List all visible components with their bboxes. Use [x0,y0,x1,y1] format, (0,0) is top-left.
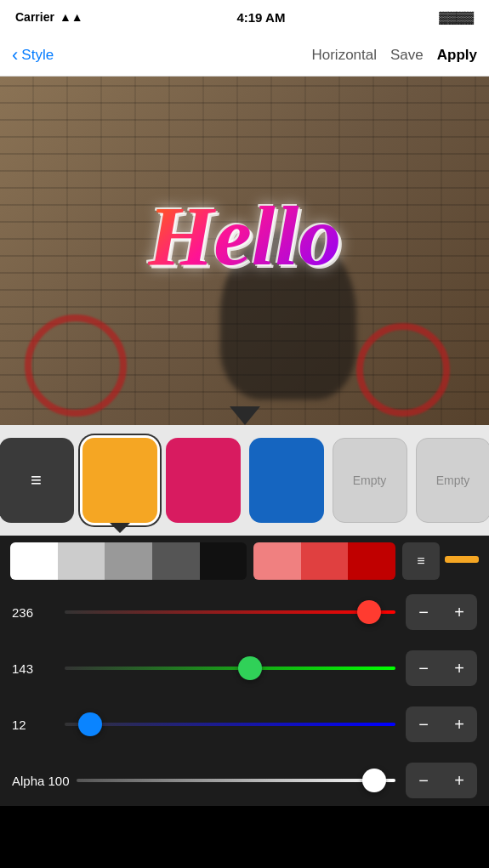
green-slider-thumb[interactable] [238,656,262,680]
plus-icon: + [454,715,464,735]
empty-label-1: Empty [353,474,387,487]
plus-icon: + [454,659,464,678]
minus-icon: − [418,659,429,678]
status-bar: Carrier ▲▲ 4:19 AM ▓▓▓▓ [0,0,489,34]
swatch-mid-red[interactable] [301,542,349,580]
nav-bar: ‹ Style Horizontal Save Apply [0,34,489,77]
red-slider-track[interactable] [65,610,395,614]
color-picker: ≡ 236 − + 143 − + [0,536,489,806]
red-slider-row: 236 − + [0,587,489,638]
menu-icon: ≡ [417,553,424,569]
swatch-dark-red[interactable] [348,542,395,580]
blue-slider-track[interactable] [65,723,395,726]
red-decrement-button[interactable]: − [406,594,441,630]
save-button[interactable]: Save [390,47,424,64]
palette-row: ≡ Empty Empty [0,425,489,536]
back-chevron-icon: ‹ [12,44,18,66]
alpha-decrement-button[interactable]: − [406,763,441,798]
background-image: Hello [0,77,489,425]
red-increment-button[interactable]: + [441,594,477,630]
green-slider-row: 143 − + [0,643,489,694]
alpha-slider-track[interactable] [77,779,395,782]
blue-increment-button[interactable]: + [441,706,477,742]
blue-decrement-button[interactable]: − [406,706,441,742]
image-preview: Hello [0,77,489,425]
status-right: ▓▓▓▓ [439,10,474,24]
swatch-white[interactable] [10,542,58,580]
time-display: 4:19 AM [236,10,285,25]
alpha-increment-button[interactable]: + [441,763,477,798]
palette-empty-1[interactable]: Empty [333,438,407,523]
apply-button[interactable]: Apply [437,47,477,64]
alpha-label: Alpha 100 [12,774,71,788]
minus-icon: − [418,771,429,791]
green-slider-controls: − + [406,650,477,686]
back-label: Style [21,47,54,64]
minus-icon: − [418,603,429,622]
alpha-slider-row: Alpha 100 − + [0,755,489,806]
status-left: Carrier ▲▲ [15,10,83,24]
swatch-row: ≡ [0,536,489,587]
plus-icon: + [454,603,464,622]
palette-empty-2[interactable]: Empty [416,438,490,523]
green-value-label: 143 [12,661,54,676]
green-increment-button[interactable]: + [441,650,477,686]
swatch-light-gray[interactable] [58,542,105,580]
red-slider-controls: − + [406,594,477,630]
color-menu-button[interactable]: ≡ [402,542,440,580]
alpha-slider-controls: − + [406,763,477,798]
blue-slider-thumb[interactable] [78,712,102,736]
minus-icon: − [418,715,429,735]
swatch-mid-gray[interactable] [105,542,152,580]
blue-slider-controls: − + [406,706,477,742]
nav-actions: Horizontal Save Apply [311,47,477,64]
alpha-slider-thumb[interactable] [362,769,386,792]
swatch-dark-gray[interactable] [152,542,200,580]
green-slider-track[interactable] [65,667,395,670]
selection-pointer [230,406,260,425]
empty-label-2: Empty [436,474,470,487]
wheel-right [356,323,450,417]
palette-blue-swatch[interactable] [249,438,324,523]
palette-pink-swatch[interactable] [166,438,241,523]
blue-value-label: 12 [12,718,54,732]
menu-lines-icon: ≡ [31,469,42,491]
carrier-label: Carrier [15,10,54,24]
red-value-label: 236 [12,605,54,620]
palette-menu-button[interactable]: ≡ [0,438,74,523]
wifi-icon: ▲▲ [60,10,83,24]
battery-icon: ▓▓▓▓ [439,10,474,24]
swatch-light-red[interactable] [253,542,301,580]
palette-orange-swatch[interactable] [82,438,157,523]
plus-icon: + [454,771,464,791]
red-slider-thumb[interactable] [357,600,381,624]
swatch-black[interactable] [200,542,247,580]
accent-swatch [445,556,479,563]
back-button[interactable]: ‹ Style [12,44,54,66]
palette-selected-wrap [82,438,157,523]
hello-text[interactable]: Hello [148,187,342,285]
wheel-left [25,315,127,417]
horizontal-button[interactable]: Horizontal [311,47,377,64]
green-decrement-button[interactable]: − [406,650,441,686]
blue-slider-row: 12 − + [0,699,489,750]
